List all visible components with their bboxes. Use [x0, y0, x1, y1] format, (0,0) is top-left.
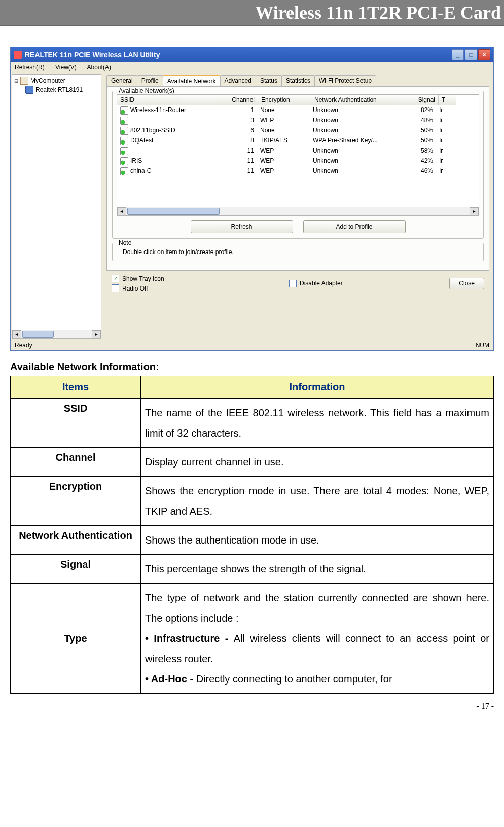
- signal-icon: [120, 117, 128, 125]
- network-row[interactable]: IRIS11WEPUnknown42%Ir: [117, 156, 479, 166]
- scroll-right-icon[interactable]: ►: [92, 330, 101, 338]
- col-ssid[interactable]: SSID: [117, 95, 220, 105]
- signal-icon: [120, 127, 128, 135]
- col-auth[interactable]: Network Authentication: [311, 95, 404, 105]
- close-button[interactable]: Close: [449, 278, 484, 289]
- col-signal[interactable]: Signal: [404, 95, 439, 105]
- network-row[interactable]: Wireless-11n-Router1NoneUnknown82%Ir: [117, 105, 479, 116]
- page-number: - 17 -: [0, 699, 504, 716]
- table-row: Encryption Shows the encryption mode in …: [11, 477, 494, 526]
- signal-icon: [120, 106, 128, 115]
- available-networks-group: Available Network(s) SSID Channel Encryp…: [112, 91, 484, 239]
- table-row: Signal This percentage shows the strengt…: [11, 555, 494, 584]
- scroll-left-icon[interactable]: ◄: [117, 207, 126, 215]
- app-icon: [14, 51, 22, 59]
- tab-statistics[interactable]: Statistics: [281, 75, 315, 86]
- tab-available-network[interactable]: Available Network: [163, 75, 221, 86]
- note-group: Note Double click on item to join/create…: [112, 243, 484, 261]
- network-row[interactable]: 3WEPUnknown48%Ir: [117, 116, 479, 126]
- network-row[interactable]: 802.11bgn-SSID6NoneUnknown50%Ir: [117, 126, 479, 136]
- network-row[interactable]: DQAtest8TKIP/AESWPA Pre-Shared Key/...50…: [117, 136, 479, 146]
- table-row: Type The type of network and the station…: [11, 584, 494, 694]
- info-table: Items Information SSID The name of the I…: [10, 376, 494, 694]
- col-encryption[interactable]: Encryption: [258, 95, 311, 105]
- signal-icon: [120, 147, 128, 155]
- add-to-profile-button[interactable]: Add to Profile: [303, 220, 406, 233]
- tab-status[interactable]: Status: [256, 75, 282, 86]
- tree-scrollbar[interactable]: ◄ ►: [12, 330, 101, 338]
- radio-off-checkbox[interactable]: Radio Off: [112, 284, 284, 292]
- tab-wifi-protect[interactable]: Wi-Fi Protect Setup: [314, 75, 376, 86]
- table-row: SSID The name of the IEEE 802.11 wireles…: [11, 399, 494, 448]
- col-channel[interactable]: Channel: [220, 95, 258, 105]
- scroll-left-icon[interactable]: ◄: [12, 330, 21, 338]
- tree-adapter[interactable]: Realtek RTL8191: [25, 86, 99, 94]
- signal-icon: [120, 137, 128, 145]
- tab-general[interactable]: General: [106, 75, 137, 86]
- menu-about[interactable]: About(A): [87, 64, 111, 71]
- menu-refresh[interactable]: Refresh(R): [15, 64, 45, 71]
- note-label: Note: [117, 239, 133, 246]
- show-tray-checkbox[interactable]: ✓ Show Tray Icon: [112, 275, 284, 282]
- checkbox-icon: [112, 284, 119, 292]
- window-title: REALTEK 11n PCIE Wireless LAN Utility: [25, 51, 160, 59]
- tab-profile[interactable]: Profile: [137, 75, 163, 86]
- computer-icon: [20, 77, 28, 85]
- tree-root[interactable]: ⊟ MyComputer: [14, 77, 99, 85]
- titlebar: REALTEK 11n PCIE Wireless LAN Utility _ …: [11, 47, 493, 62]
- scroll-thumb[interactable]: [127, 208, 220, 215]
- app-window: REALTEK 11n PCIE Wireless LAN Utility _ …: [10, 47, 494, 351]
- network-list: SSID Channel Encryption Network Authenti…: [117, 94, 479, 216]
- adapter-icon: [25, 86, 33, 94]
- minimize-button[interactable]: _: [452, 49, 464, 60]
- menubar: Refresh(R) View(V) About(A): [11, 62, 493, 73]
- signal-icon: [120, 167, 128, 175]
- list-scrollbar[interactable]: ◄ ►: [117, 207, 479, 215]
- tab-strip: General Profile Available Network Advanc…: [106, 75, 489, 86]
- table-row: Channel Display current channel in use.: [11, 448, 494, 477]
- signal-icon: [120, 157, 128, 165]
- status-text: Ready: [15, 342, 32, 349]
- section-heading: Available Network Information:: [10, 361, 494, 373]
- note-text: Double click on item to join/create prof…: [123, 248, 479, 256]
- table-row: Network Authentication Shows the authent…: [11, 526, 494, 555]
- network-row[interactable]: china-C11WEPUnknown46%Ir: [117, 166, 479, 176]
- network-row[interactable]: 11WEPUnknown58%Ir: [117, 146, 479, 156]
- menu-view[interactable]: View(V): [55, 64, 77, 71]
- maximize-button[interactable]: □: [465, 49, 477, 60]
- device-tree: ⊟ MyComputer Realtek RTL8191 ◄ ►: [12, 74, 101, 339]
- scroll-right-icon[interactable]: ►: [470, 207, 479, 215]
- disable-adapter-checkbox[interactable]: Disable Adapter: [289, 280, 343, 287]
- refresh-button[interactable]: Refresh: [191, 220, 293, 233]
- status-num: NUM: [476, 342, 489, 349]
- close-window-button[interactable]: ×: [478, 49, 490, 60]
- checkbox-icon: ✓: [112, 275, 119, 282]
- list-header: SSID Channel Encryption Network Authenti…: [117, 95, 479, 105]
- scroll-thumb[interactable]: [22, 331, 54, 338]
- tab-advanced[interactable]: Advanced: [220, 75, 256, 86]
- checkbox-icon: [289, 280, 297, 287]
- col-type[interactable]: T: [439, 95, 456, 105]
- th-items: Items: [11, 376, 141, 399]
- page-title: Wireless 11n 1T2R PCI-E Card: [0, 0, 504, 26]
- group-label: Available Network(s): [117, 87, 176, 94]
- th-info: Information: [141, 376, 494, 399]
- status-bar: Ready NUM: [11, 340, 493, 350]
